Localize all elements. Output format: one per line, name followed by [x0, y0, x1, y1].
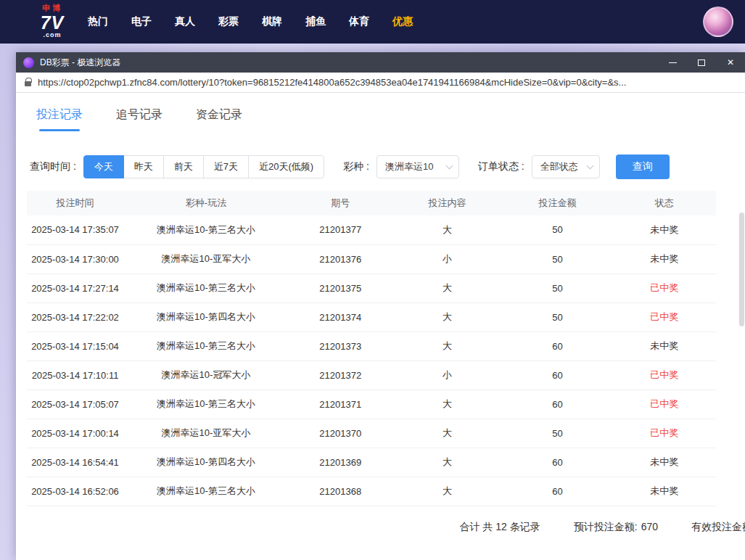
lock-icon [25, 81, 31, 86]
table-row: 2025-03-14 16:54:41澳洲幸运10-第四名大小21201369大… [27, 448, 716, 477]
status-badge: 未中奖 [650, 456, 678, 467]
summary-total: 合计 共 12 条记录 [460, 521, 540, 534]
issue-cell: 21201373 [289, 332, 392, 361]
column-header: 期号 [289, 191, 392, 215]
status-badge: 已中奖 [650, 398, 678, 409]
table-row: 2025-03-14 17:30:00澳洲幸运10-亚军大小21201376小5… [27, 244, 716, 273]
nav-item[interactable]: 真人 [175, 15, 195, 28]
amount-cell: 50 [503, 273, 613, 302]
status-badge: 未中奖 [650, 340, 678, 351]
bet-time-cell: 2025-03-14 17:05:07 [27, 390, 123, 419]
close-button[interactable]: ✕ [716, 52, 745, 73]
table-row: 2025-03-14 17:22:02澳洲幸运10-第四名大小21201374大… [27, 302, 716, 332]
issue-cell: 21201376 [289, 244, 392, 273]
tab[interactable]: 投注记录 [36, 107, 83, 131]
issue-cell: 21201371 [289, 390, 392, 419]
chevron-down-icon [586, 162, 593, 169]
issue-cell: 21201372 [289, 361, 392, 390]
game-cell: 澳洲幸运10-第三名大小 [123, 477, 289, 506]
time-filter-button[interactable]: 昨天 [123, 155, 164, 178]
game-cell: 澳洲幸运10-冠军大小 [123, 361, 289, 390]
tab[interactable]: 资金记录 [196, 107, 242, 131]
minimize-button[interactable] [658, 52, 687, 73]
url-text[interactable]: https://ctop02pchwp1.zfnc84.com/lottery/… [38, 77, 626, 88]
bet-time-cell: 2025-03-14 17:22:02 [27, 302, 123, 332]
status-cell: 未中奖 [613, 477, 717, 506]
nav-item[interactable]: 棋牌 [262, 15, 282, 28]
table-row: 2025-03-14 17:10:11澳洲幸运10-冠军大小21201372小6… [27, 361, 716, 390]
scrollbar-track[interactable] [739, 93, 744, 560]
time-filter-button[interactable]: 近20天(低频) [248, 155, 324, 178]
bet-time-cell: 2025-03-14 17:27:14 [27, 273, 123, 302]
status-cell: 未中奖 [613, 332, 717, 361]
bet-content-cell: 大 [392, 332, 503, 361]
nav-item[interactable]: 体育 [349, 15, 369, 28]
amount-cell: 50 [503, 302, 613, 332]
status-cell: 已中奖 [613, 302, 717, 332]
brand-logo[interactable]: 申博 7V .com [33, 4, 72, 38]
maximize-button[interactable] [687, 52, 716, 73]
status-badge: 已中奖 [650, 282, 678, 293]
game-cell: 澳洲幸运10-第三名大小 [123, 332, 289, 361]
time-filter-label: 查询时间 : [30, 160, 76, 173]
table-row: 2025-03-14 17:15:04澳洲幸运10-第三名大小21201373大… [27, 332, 716, 361]
column-header: 状态 [613, 191, 717, 215]
bet-time-cell: 2025-03-14 17:15:04 [27, 332, 123, 361]
chevron-down-icon [445, 162, 453, 169]
nav-item[interactable]: 电子 [131, 15, 152, 28]
desktop-background: 申博 7V .com 热门电子真人彩票棋牌捕鱼体育优惠 DB彩票 - 极速浏览器… [0, 0, 745, 560]
records-table: 投注时间彩种-玩法期号投注内容投注金额状态 2025-03-14 17:35:0… [27, 191, 716, 506]
filter-row: 查询时间 : 今天昨天前天近7天近20天(低频) 彩种 : 澳洲幸运10 订单状… [16, 155, 745, 179]
lottery-select-value: 澳洲幸运10 [385, 160, 433, 173]
status-badge: 已中奖 [650, 311, 678, 322]
url-bar[interactable]: https://ctop02pchwp1.zfnc84.com/lottery/… [16, 73, 745, 93]
lottery-label: 彩种 : [343, 160, 369, 173]
nav-item[interactable]: 捕鱼 [305, 15, 326, 28]
close-icon: ✕ [727, 57, 734, 67]
window-title: DB彩票 - 极速浏览器 [40, 57, 658, 69]
game-cell: 澳洲幸运10-第三名大小 [123, 273, 289, 302]
nav-item[interactable]: 优惠 [392, 15, 413, 28]
browser-title-bar[interactable]: DB彩票 - 极速浏览器 ✕ [16, 52, 745, 73]
records-table-wrap: 投注时间彩种-玩法期号投注内容投注金额状态 2025-03-14 17:35:0… [16, 179, 745, 506]
column-header: 投注内容 [392, 191, 503, 215]
time-filter-group: 今天昨天前天近7天近20天(低频) [83, 155, 324, 178]
query-button[interactable]: 查询 [616, 155, 670, 179]
nav-item[interactable]: 彩票 [218, 15, 239, 28]
game-cell: 澳洲幸运10-第三名大小 [123, 390, 289, 419]
time-filter-button[interactable]: 近7天 [203, 155, 249, 178]
bet-time-cell: 2025-03-14 17:35:07 [27, 215, 123, 244]
order-status-select[interactable]: 全部状态 [532, 155, 600, 178]
user-avatar[interactable] [703, 7, 733, 37]
time-filter-button[interactable]: 今天 [83, 155, 124, 178]
table-row: 2025-03-14 17:00:14澳洲幸运10-亚军大小21201370大5… [27, 419, 716, 448]
issue-cell: 21201375 [289, 273, 392, 302]
amount-cell: 50 [503, 244, 613, 273]
status-badge: 已中奖 [650, 369, 678, 380]
game-cell: 澳洲幸运10-亚军大小 [123, 419, 289, 448]
table-row: 2025-03-14 17:27:14澳洲幸运10-第三名大小21201375大… [27, 273, 716, 302]
time-filter-button[interactable]: 前天 [163, 155, 204, 178]
tab[interactable]: 追号记录 [116, 107, 162, 131]
issue-cell: 21201377 [289, 215, 392, 244]
status-cell: 已中奖 [613, 273, 717, 302]
game-cell: 澳洲幸运10-第三名大小 [123, 215, 289, 244]
logo-text-main: 7V [33, 13, 72, 32]
status-badge: 未中奖 [650, 224, 678, 235]
scrollbar-thumb[interactable] [739, 213, 744, 326]
nav-item[interactable]: 热门 [88, 15, 108, 28]
bet-content-cell: 大 [392, 215, 503, 244]
amount-cell: 60 [503, 448, 613, 477]
nav-items: 热门电子真人彩票棋牌捕鱼体育优惠 [88, 15, 413, 28]
app-icon [23, 57, 34, 68]
summary-expected: 预计投注金额: 670 [574, 521, 658, 534]
lottery-select[interactable]: 澳洲幸运10 [376, 155, 459, 178]
table-header-row: 投注时间彩种-玩法期号投注内容投注金额状态 [27, 191, 716, 215]
order-status-select-value: 全部状态 [540, 160, 578, 173]
status-badge: 未中奖 [650, 253, 678, 264]
summary-row: 合计 共 12 条记录 预计投注金额: 670 有效投注金额 [16, 506, 745, 534]
bet-content-cell: 大 [392, 273, 503, 302]
amount-cell: 60 [503, 332, 613, 361]
table-row: 2025-03-14 17:05:07澳洲幸运10-第三名大小21201371大… [27, 390, 716, 419]
amount-cell: 50 [503, 419, 613, 448]
